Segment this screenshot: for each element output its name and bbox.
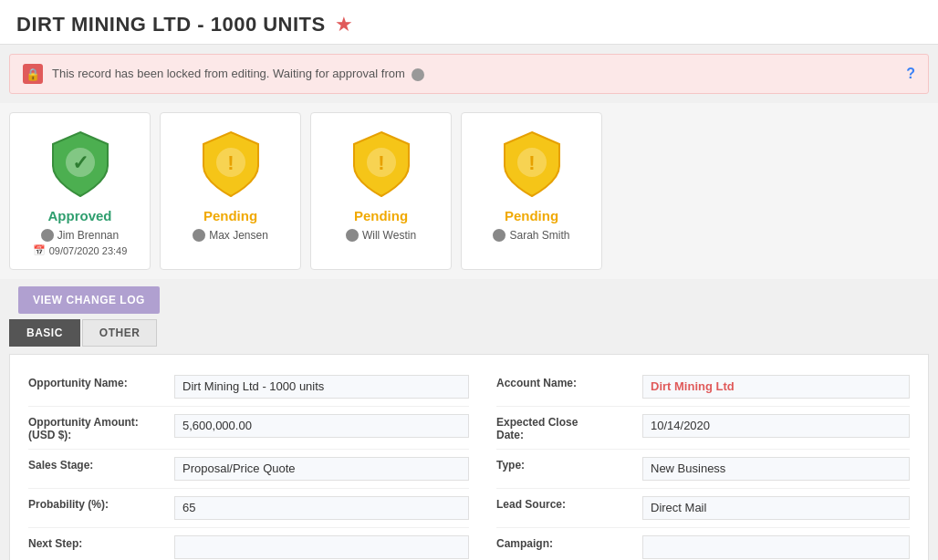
form-label: Type: [496,457,642,472]
person-icon-inline [412,68,424,81]
star-icon[interactable]: ★ [335,13,353,36]
approval-status: Approved [47,208,111,223]
shield-icon: ! [500,128,564,201]
form-left-column: Opportunity Name: Dirt Mining Ltd - 1000… [28,368,469,560]
person-icon [346,229,359,242]
form-value: New Business [642,457,910,481]
approval-date: 📅 09/07/2020 23:49 [33,244,128,256]
view-change-log-button[interactable]: VIEW CHANGE LOG [18,286,160,314]
form-row: Expected Close Date: 10/14/2020 [496,407,910,450]
calendar-icon: 📅 [33,244,46,256]
form-row: Probability (%): 65 [28,489,469,528]
lock-text: This record has been locked from editing… [52,67,424,81]
svg-text:!: ! [378,151,384,174]
form-row: Campaign: [496,528,910,560]
form-value: Direct Mail [642,496,910,520]
approval-card: ✓ Approved Jim Brennan 📅 09/07/2020 23:4… [9,112,151,270]
form-section: Opportunity Name: Dirt Mining Ltd - 1000… [9,354,929,560]
form-value: Proposal/Price Quote [174,457,469,481]
approval-person: Max Jensen [193,229,268,242]
shield-icon: ! [199,128,263,201]
person-icon [493,229,505,242]
lock-icon: 🔒 [23,64,43,84]
approval-person: Sarah Smith [493,229,569,242]
form-row: Lead Source: Direct Mail [496,489,910,528]
approval-status: Pending [203,208,257,223]
form-value: 5,600,000.00 [174,414,469,438]
form-value [174,535,469,559]
shield-icon: ✓ [48,128,112,201]
svg-text:!: ! [528,151,535,174]
person-icon [41,229,54,242]
approval-person: Will Westin [346,229,416,242]
form-value [642,535,910,559]
shield-icon: ! [349,128,413,201]
lock-banner: 🔒 This record has been locked from editi… [9,54,929,94]
change-log-section: VIEW CHANGE LOG [0,279,938,319]
form-row: Opportunity Name: Dirt Mining Ltd - 1000… [28,368,469,407]
form-value: 65 [174,496,469,520]
form-row: Account Name: Dirt Mining Ltd [496,368,910,407]
form-label: Campaign: [496,535,642,550]
approval-status: Pending [505,208,558,223]
tab-other[interactable]: OTHER [82,319,158,347]
page-header: DIRT MINING LTD - 1000 UNITS ★ [0,0,938,45]
form-label: Opportunity Amount: (USD $): [28,414,174,441]
form-row: Opportunity Amount: (USD $): 5,600,000.0… [28,407,469,450]
approval-card: ! Pending Sarah Smith [461,112,602,270]
form-label: Next Step: [28,535,174,550]
form-row: Sales Stage: Proposal/Price Quote [28,450,469,489]
page-title: DIRT MINING LTD - 1000 UNITS [16,13,326,36]
approval-person: Jim Brennan [41,229,119,242]
form-right-column: Account Name: Dirt Mining Ltd Expected C… [469,368,910,560]
form-row: Next Step: [28,528,469,560]
svg-text:✓: ✓ [72,151,89,174]
svg-text:!: ! [227,151,234,174]
form-value: Dirt Mining Ltd [642,375,910,399]
form-label: Account Name: [496,375,642,389]
approval-cards: ✓ Approved Jim Brennan 📅 09/07/2020 23:4… [0,103,938,279]
approval-status: Pending [354,208,408,223]
form-label: Opportunity Name: [28,375,174,389]
tab-basic[interactable]: BASIC [9,319,80,347]
approval-card: ! Pending Max Jensen [160,112,301,270]
form-label: Expected Close Date: [496,414,642,441]
form-label: Sales Stage: [28,457,174,472]
person-icon [193,229,205,242]
help-icon[interactable]: ? [906,66,915,82]
form-label: Probability (%): [28,496,174,511]
form-label: Lead Source: [496,496,642,511]
tabs-bar: BASICOTHER [9,319,929,347]
form-value: 10/14/2020 [642,414,910,438]
approval-card: ! Pending Will Westin [310,112,452,270]
form-row: Type: New Business [496,450,910,489]
form-value: Dirt Mining Ltd - 1000 units [174,375,469,399]
